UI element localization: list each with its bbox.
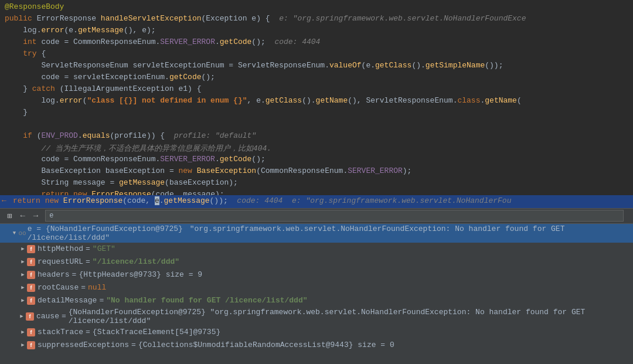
code-line-7: } catch (IllegalArgumentException e1) { — [0, 84, 633, 96]
code-line-16: return new ErrorResponse(code, message); — [0, 190, 633, 195]
code-line-4: try { — [0, 49, 633, 61]
code-line-13: code = CommonResponseEnum.SERVER_ERROR.g… — [0, 155, 633, 166]
code-line-6: code = servletExceptionEnum.getCode(); — [0, 73, 633, 84]
field-eq-8: = — [131, 341, 136, 349]
code-line-3: int code = CommonResponseEnum.SERVER_ERR… — [0, 38, 633, 49]
debug-field-suppressedexceptions[interactable]: f suppressedExceptions = {Collections$Un… — [0, 339, 633, 352]
forward-icon[interactable]: → — [31, 210, 40, 222]
field-name-5: detailMessage — [38, 296, 97, 305]
f-badge-5: f — [27, 297, 35, 305]
field-triangle-2 — [19, 258, 27, 266]
expression-display: e — [45, 210, 624, 222]
field-val-4: null — [88, 283, 106, 292]
debug-field-httpmethod[interactable]: f httpMethod = "GET" — [0, 243, 633, 256]
field-eq-2: = — [86, 257, 90, 266]
field-name-2: requestURL — [38, 257, 83, 266]
debug-field-headers[interactable]: f headers = {HttpHeaders@9733} size = 9 — [0, 268, 633, 281]
toolbar-icons: ⊞ ← → — [5, 210, 40, 222]
field-triangle-8 — [19, 341, 27, 349]
field-val-7: {StackTraceElement[54]@9735} — [93, 328, 220, 336]
code-line-5: ServletResponseEnum servletExceptionEnum… — [0, 61, 633, 73]
f-badge-4: f — [27, 284, 35, 292]
f-badge-1: f — [27, 245, 35, 253]
field-val-6: {NoHandlerFoundException@9725} "org.spri… — [69, 308, 633, 325]
code-line-1: public ErrorResponse handleServletExcept… — [0, 14, 633, 26]
field-eq-1: = — [86, 244, 90, 253]
field-triangle-4 — [19, 284, 27, 292]
code-line-2: log.error(e.getMessage(), e); — [0, 26, 633, 38]
active-execution-line: ← return new ErrorResponse(code, e.getMe… — [0, 195, 633, 208]
code-editor: @ResponseBody public ErrorResponse handl… — [0, 0, 633, 195]
code-line-12: // 当为生产环境，不适合把具体的异常信息展示给用户，比如404. — [0, 143, 633, 155]
debug-field-requesturl[interactable]: f requestURL = "/licence/list/ddd" — [0, 256, 633, 268]
field-eq-6: = — [62, 312, 66, 321]
field-val-8: {Collections$UnmodifiableRandomAccessLis… — [138, 341, 394, 349]
field-eq-3: = — [72, 270, 77, 279]
main-var-label: e = {NoHandlerFoundException@9725} "org.… — [28, 224, 633, 242]
debug-panel: oo e = {NoHandlerFoundException@9725} "o… — [0, 224, 633, 364]
f-badge-7: f — [27, 328, 35, 336]
field-val-1: "GET" — [93, 244, 115, 253]
debug-field-stacktrace[interactable]: f stackTrace = {StackTraceElement[54]@97… — [0, 326, 633, 339]
field-name-8: suppressedExceptions — [38, 341, 129, 349]
debugger-toolbar: ⊞ ← → e — [0, 208, 633, 224]
field-name-4: rootCause — [38, 283, 79, 292]
back-icon[interactable]: ← — [18, 210, 27, 222]
oo-icon: oo — [18, 230, 26, 237]
field-val-3: {HttpHeaders@9733} size = 9 — [79, 270, 202, 279]
annotation-text: @ResponseBody — [5, 2, 64, 11]
f-badge-3: f — [27, 271, 35, 279]
field-eq-4: = — [81, 283, 86, 292]
f-badge-2: f — [27, 258, 35, 266]
field-triangle-6 — [18, 312, 26, 321]
code-line-11: if (ENV_PROD.equals(profile)) { profile:… — [0, 131, 633, 143]
field-val-2: "/licence/list/ddd" — [93, 257, 179, 266]
field-triangle-7 — [19, 328, 27, 336]
code-line-14: BaseException baseException = new BaseEx… — [0, 166, 633, 178]
field-name-1: httpMethod — [38, 244, 83, 253]
ide-window: @ResponseBody public ErrorResponse handl… — [0, 0, 633, 364]
f-badge-8: f — [27, 341, 35, 349]
field-val-5: "No handler found for GET /licence/list/… — [106, 296, 307, 305]
debug-field-rootcause[interactable]: f rootCause = null — [0, 281, 633, 294]
field-eq-7: = — [86, 328, 90, 336]
debug-field-cause[interactable]: f cause = {NoHandlerFoundException@9725}… — [0, 307, 633, 326]
code-line-15: String message = getMessage(baseExceptio… — [0, 178, 633, 190]
field-triangle-5 — [19, 297, 27, 305]
field-name-6: cause — [36, 312, 59, 321]
code-annotation: @ResponseBody — [0, 2, 633, 14]
code-line-9: } — [0, 108, 633, 120]
field-name-3: headers — [38, 270, 70, 279]
debug-main-var-row[interactable]: oo e = {NoHandlerFoundException@9725} "o… — [0, 224, 633, 243]
field-triangle-3 — [19, 271, 27, 279]
f-badge-6: f — [26, 312, 34, 321]
field-eq-5: = — [99, 296, 104, 305]
debug-field-detailmessage[interactable]: f detailMessage = "No handler found for … — [0, 294, 633, 307]
field-name-7: stackTrace — [38, 328, 83, 336]
expression-value: e — [49, 212, 53, 220]
code-line-8: log.error("class [{}] not defined in enu… — [0, 96, 633, 108]
expand-triangle — [10, 229, 18, 237]
field-triangle-1 — [19, 245, 27, 253]
code-line-blank — [0, 120, 633, 131]
grid-icon[interactable]: ⊞ — [5, 210, 14, 222]
